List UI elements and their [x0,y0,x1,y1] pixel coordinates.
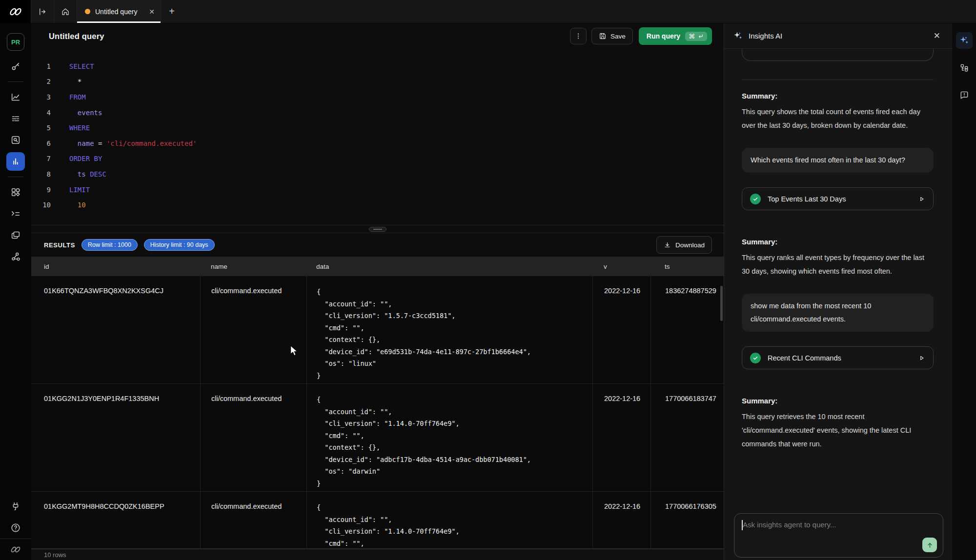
row-limit-badge[interactable]: Row limit : 1000 [81,239,138,251]
table-scrollbar-thumb[interactable] [720,286,723,321]
table-row[interactable]: 01KGG2N1J3Y0ENP1R4F1335BNH cli/command.e… [31,384,724,492]
insights-scroll-content: Summary: This query shows the total coun… [724,49,952,509]
bar-chart-icon [10,156,21,167]
new-tab-button[interactable]: + [161,0,183,23]
cell-v: 2022-12-16 [592,276,651,383]
strip-item-insights-ai[interactable] [956,32,973,49]
search-panel-icon [10,135,21,145]
action-label: Top Events Last 30 Days [768,195,912,203]
home-button[interactable] [54,0,77,23]
text-caret [742,520,743,530]
more-options-button[interactable] [570,28,587,44]
results-table-body: 01K66TQNZA3WFBQ8XN2KXSG4CJ cli/command.e… [31,276,724,549]
success-check-icon [750,194,761,204]
sidebar-item-queries[interactable] [0,108,31,129]
download-button[interactable]: Download [656,236,712,254]
sidebar-item-integrations[interactable] [0,246,31,267]
sidebar-item-plugins[interactable] [0,496,31,517]
tab-close-icon[interactable]: ✕ [149,8,155,16]
sql-line: 4 events [31,105,724,120]
sql-line: 6 name = 'cli/command.executed' [31,136,724,151]
sidebar-item-insights-active[interactable] [6,152,25,171]
download-icon [664,241,671,249]
sparkles-icon [733,31,743,41]
splitter-drag-handle[interactable] [369,227,386,232]
scrolled-card-remnant [742,49,934,61]
tree-hierarchy-icon [959,63,969,73]
sql-line: 3FROM [31,89,724,105]
cell-data-json: { "account_id": "", "cli_version": "1.14… [306,384,592,491]
sidebar-item-apps[interactable] [0,181,31,203]
sql-line: 8 ts DESC [31,166,724,182]
run-query-button[interactable]: Run query ⌘ [639,27,712,45]
sidebar-item-analytics[interactable] [0,86,31,108]
sidebar-expand-button[interactable] [31,0,54,23]
table-footer: 10 rows [31,549,724,560]
insight-action-recent-cli[interactable]: Recent CLI Commands [742,346,934,369]
save-button[interactable]: Save [591,28,633,44]
sidebar-item-explore[interactable] [0,129,31,151]
sql-line: 5WHERE [31,120,724,136]
cell-ts: 1770066176305 [651,492,724,548]
plug-icon [10,501,21,512]
cell-ts: 1770066183747 [651,384,724,491]
column-header-name: name [200,263,306,270]
key-icon [10,61,21,72]
infinity-logo-icon [10,546,21,553]
sidebar-item-help[interactable] [0,517,31,539]
send-button[interactable] [922,538,937,552]
sql-line: 1SELECT [31,59,724,74]
sidebar-item-sessions[interactable] [0,224,31,246]
sidebar-item-keys[interactable] [0,56,31,77]
editor-results-splitter [31,225,724,233]
terminal-list-icon [10,208,21,219]
run-query-label: Run query [647,32,680,40]
app-logo [0,0,31,23]
line-number: 6 [31,140,51,147]
summary-text: This query retrieves the 10 most recent … [742,410,934,451]
results-toolbar: RESULTS Row limit : 1000 History limit :… [31,233,724,257]
sql-line: 7ORDER BY [31,151,724,167]
cell-id: 01KGG2N1J3Y0ENP1R4F1335BNH [31,384,200,491]
line-number: 9 [31,186,51,194]
summary-heading: Summary: [742,397,934,405]
section-divider [742,80,934,80]
insights-panel: Insights AI ✕ Summary: This query shows … [724,23,952,560]
line-number: 5 [31,124,51,132]
line-number: 3 [31,93,51,101]
workspace-badge[interactable]: PR [7,33,24,51]
ask-agent-input[interactable] [734,514,943,557]
sql-line: 10 10 [31,197,724,213]
sparkles-icon [959,36,969,46]
sidebar-item-terminal[interactable] [0,203,31,224]
column-header-id: id [31,263,200,270]
strip-item-schema[interactable] [956,60,973,76]
strip-item-feedback[interactable] [956,87,973,103]
sidebar-bottom-group [0,496,31,560]
cell-name: cli/command.executed [200,492,306,548]
sql-line: 2 * [31,74,724,90]
insight-action-top-events[interactable]: Top Events Last 30 Days [742,187,934,210]
cell-ts: 1836274887529 [651,276,724,383]
arrow-up-icon [926,541,934,549]
kebab-menu-icon [574,32,582,40]
save-icon [599,32,607,40]
nodes-share-icon [10,251,21,262]
summary-heading: Summary: [742,92,934,100]
column-header-ts: ts [651,263,724,270]
line-number: 7 [31,155,51,162]
help-icon [10,522,21,533]
shapes-grid-icon [10,187,21,198]
sql-editor[interactable]: 1SELECT2 *3FROM4 events5WHERE6 name = 'c… [31,49,724,225]
main-area: Untitled query Save Run query ⌘ 1SELECT2… [31,23,724,560]
sql-line: 9LIMIT [31,182,724,198]
table-row[interactable]: 01K66TQNZA3WFBQ8XN2KXSG4CJ cli/command.e… [31,276,724,384]
line-number: 4 [31,109,51,117]
table-row[interactable]: 01KGG2MT9H8H8CCDQ0ZK16BEPP cli/command.e… [31,492,724,549]
action-label: Recent CLI Commands [768,354,912,362]
history-limit-badge[interactable]: History limit : 90 days [144,239,215,251]
tab-untitled-query[interactable]: Untitled query ✕ [77,0,161,23]
cell-v: 2022-12-16 [592,384,651,491]
tab-title: Untitled query [95,8,144,16]
insights-close-icon[interactable]: ✕ [934,31,940,41]
